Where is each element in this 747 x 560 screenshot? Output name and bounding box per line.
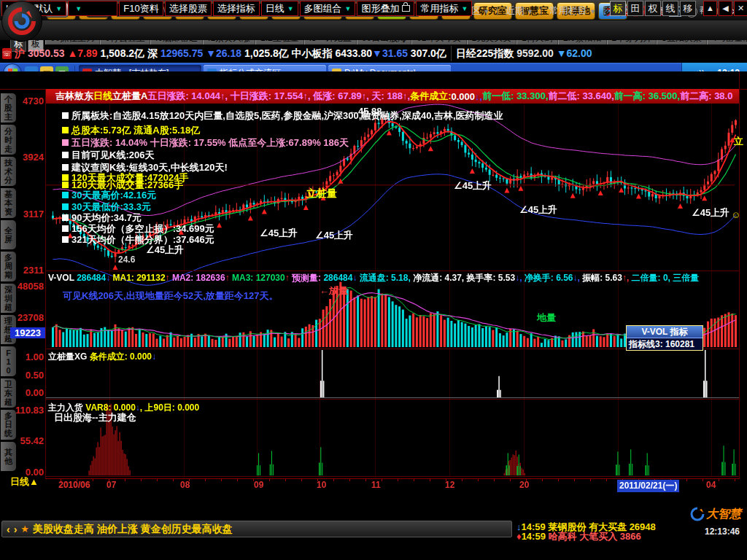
axis-label: 110.83 [12, 405, 44, 416]
chevron-down-icon: ▼ [75, 5, 82, 12]
text-segment: 预测量: [292, 273, 323, 283]
nav-menu-常用栏目[interactable]: 常用栏目 ▼ [543, 4, 603, 18]
text-segment: 五日涨跌: 14.044↑, 十日涨跌: 17.554↑, 低涨: 67.89↑… [147, 90, 410, 103]
chart-mode-移[interactable]: 移 [680, 1, 696, 16]
sidebar-tab-全屏[interactable]: 全屏 [1, 220, 16, 249]
bullet-square-icon [62, 164, 69, 171]
pane-split-button[interactable]: ◀ [719, 1, 732, 16]
timeline-label[interactable]: 2011/02/21(一) [617, 480, 679, 492]
news-prev-icon[interactable]: ‹ [7, 524, 10, 535]
text-segment: 流通盘: 5.18, [360, 273, 413, 283]
bullet-square-icon [62, 225, 69, 232]
chart-annotation: ∠45上升 [146, 244, 184, 257]
text-segment: ↑ [166, 273, 172, 283]
chart-tool-多图组合[interactable]: 多图组合▼ [300, 1, 356, 16]
news-ticker[interactable]: ‹ › ★ 美股收盘走高 油价上涨 黄金创历史最高收盘 [1, 521, 512, 537]
text-segment: 换手率: 5.53 [466, 273, 515, 283]
timeline-label[interactable]: 04 [706, 480, 716, 490]
text-segment: 286484 [77, 273, 106, 283]
chart-tool-图形叠加[interactable]: 图形叠加 [357, 1, 414, 16]
text-segment: ↑, [622, 273, 632, 283]
sidebar-tab-分时走[interactable]: 分时走 [1, 125, 16, 154]
nav-menu-近期[interactable]: 近期 ▼ [499, 4, 541, 18]
chart-tool-日线[interactable]: 日线▼ [261, 1, 298, 16]
axis-label: 3117 [12, 209, 44, 219]
chart-mode-标[interactable]: 标 [610, 1, 626, 16]
bullet-square-icon [62, 152, 69, 158]
axis-label: 0.50 [12, 370, 44, 381]
stat-line: 所属板块:自选股4.15放120天内巨量,自选股5,医药,参股金融,沪深300,… [62, 109, 503, 122]
text-segment: , 上90日: 0.000 [140, 402, 199, 413]
timeline-label[interactable]: 08 [180, 480, 190, 490]
vvol-status-line: V-VOL 286484↓ MA1: 291132↑ MA2: 182636↑ … [48, 272, 699, 284]
indicator-tooltip: V-VOL 指标 指标线3: 160281 [626, 325, 703, 351]
axis-label: 4730 [12, 96, 44, 106]
text-segment: 二倍量: 0, 三倍量 [632, 273, 700, 283]
chart-toolbar [0, 71, 747, 90]
bullet-square-icon [62, 192, 69, 198]
label: 日线 [266, 2, 285, 15]
axis-label: 48058 [12, 281, 44, 292]
chart-tool-symbol-combo[interactable]: ▼ [68, 1, 117, 16]
tooltip-value: 指标线3: 160281 [627, 338, 703, 350]
dazhihui-logo-icon[interactable] [1, 1, 42, 42]
trade-alert-row: ♦14:59 哈高科 大笔买入 3866 [516, 530, 641, 543]
chart-tool-F10资料[interactable]: F10资料 [119, 1, 163, 16]
period-label[interactable]: 日线▲ [10, 475, 39, 489]
chart-mode-权[interactable]: 权 [645, 1, 661, 16]
pane-up-button[interactable]: ▲ [703, 1, 717, 16]
timeline-label[interactable]: 11 [371, 480, 381, 490]
chevron-down-icon: ▼ [461, 5, 468, 12]
chart-annotation: ∠45上升 [519, 203, 557, 217]
chart-annotation: ←45.88 [349, 106, 382, 117]
chart-annotation: ∠45上升 [454, 179, 492, 192]
timeline-label[interactable]: 09 [254, 480, 263, 490]
text-segment: 1,508.2亿 [100, 47, 147, 59]
timeline-label[interactable]: 07 [107, 480, 116, 490]
logo-swirl [7, 7, 36, 36]
timeline[interactable]: 2010/06070809101112202011/02/21(一)04 [45, 478, 740, 489]
chart-toolbar-left: Level2默认▼▼F10资料选择股票选择指标日线▼多图组合▼图形叠加常用指标▼ [1, 1, 472, 16]
text-segment: 深 [147, 47, 160, 59]
news-next-icon[interactable]: › [14, 524, 18, 535]
text-segment: V-VOL [48, 273, 77, 283]
text-segment: 3050.53 [28, 47, 68, 59]
chevron-down-icon: ▼ [483, 8, 489, 15]
star-icon: ★ [20, 524, 29, 534]
index-quote-bar: ☏ 沪 3050.53 ▲7.89 1,508.2亿 深 12965.75 ▼2… [0, 44, 747, 63]
axis-label: 3924 [12, 152, 44, 163]
text-segment: 14:59 [522, 531, 549, 542]
pane-close-button[interactable]: ✕ [734, 1, 747, 16]
chart-mode-田[interactable]: 田 [627, 1, 643, 16]
text-segment: ↑ [225, 273, 232, 283]
bullet-square-icon [62, 236, 69, 243]
chart-annotation: ∠45上升 [692, 206, 729, 219]
axis-label: 19223 [10, 327, 45, 338]
dazhihui-brand: 大智慧 [690, 503, 747, 525]
chart-tool-选择指标[interactable]: 选择指标 [213, 1, 260, 16]
label: 选择指标 [217, 2, 255, 15]
alert-icon[interactable]: ☏ [2, 48, 12, 59]
axis-label: 0.00 [12, 387, 44, 398]
app-clock: 12:13:46 [705, 526, 740, 537]
chart-tool-常用指标[interactable]: 常用指标▼ [416, 1, 472, 16]
label: 多图组合 [304, 2, 342, 15]
text-segment: 条件成立: [410, 90, 451, 103]
text-segment: 吉林敖东 [55, 90, 93, 103]
bullet-square-icon [62, 203, 69, 210]
stat-line: 总股本:5.73亿 流通A股:5.18亿 [62, 124, 200, 137]
timeline-label[interactable]: 2010/06 [58, 480, 90, 490]
timeline-label[interactable]: 12 [445, 480, 454, 490]
text-segment: 立桩量XG [48, 351, 90, 362]
chart-mode-线[interactable]: 线 [662, 1, 678, 16]
timeline-label[interactable]: 20 [519, 480, 529, 490]
text-segment: 立桩量A [112, 90, 147, 103]
chart-tool-选择股票[interactable]: 选择股票 [165, 1, 212, 16]
text-segment: 中小板指 [292, 47, 336, 59]
timeline-label[interactable]: 10 [317, 480, 326, 490]
text-segment: 12965.75 [160, 47, 206, 59]
text-segment: ▲7.89 [67, 47, 100, 59]
chevron-down-icon: ▼ [287, 5, 294, 12]
text-segment: 0.000 [452, 91, 476, 102]
news-headline[interactable]: 美股收盘走高 油价上涨 黄金创历史最高收盘 [33, 523, 233, 536]
